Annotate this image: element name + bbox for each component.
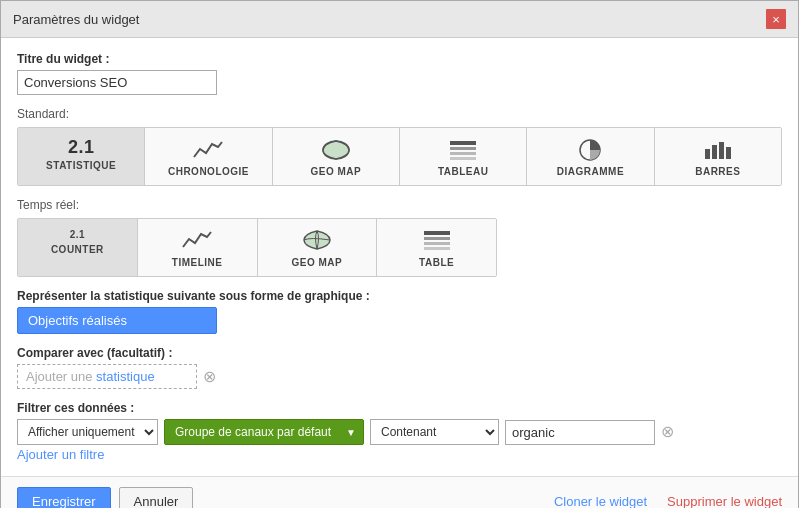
compare-clear-button[interactable]: ⊗ [203,369,216,385]
widget-title-input[interactable] [17,70,217,95]
stat-label: Représenter la statistique suivante sous… [17,289,782,303]
svg-rect-1 [450,141,476,145]
clone-widget-link[interactable]: Cloner le widget [554,494,647,508]
filter-group-wrapper: Groupe de canaux par défaut [164,419,364,445]
svg-rect-13 [424,247,450,250]
svg-rect-7 [712,145,717,159]
realtime-section: Temps réel: 2.1 COUNTER TIMELINE [17,198,782,277]
realtime-table-label: TABLE [419,257,454,268]
realtime-type-table[interactable]: TABLE [377,219,496,276]
stat-dropdown[interactable]: Objectifs réalisés [17,307,217,334]
diagramme-label: DIAGRAMME [557,166,624,177]
cancel-button[interactable]: Annuler [119,487,194,508]
svg-rect-2 [450,147,476,150]
svg-rect-6 [705,149,710,159]
chart-type-geomap[interactable]: GEO MAP [273,128,400,185]
svg-rect-11 [424,237,450,240]
counter-icon: 2.1 [70,229,85,240]
tableau-icon [447,138,479,162]
geomap-label: GEO MAP [310,166,361,177]
compare-section: Comparer avec (facultatif) : Ajouter une… [17,346,782,389]
add-filter-link[interactable]: Ajouter un filtre [17,447,782,462]
realtime-chart-types: 2.1 COUNTER TIMELINE [17,218,497,277]
filter-clear-button[interactable]: ⊗ [661,424,674,440]
svg-rect-3 [450,152,476,155]
compare-input[interactable]: Ajouter une statistique [17,364,197,389]
filter-section: Filtrer ces données : Afficher uniquemen… [17,401,782,462]
filter-label: Filtrer ces données : [17,401,782,415]
stat-label: STATISTIQUE [46,160,116,171]
dialog-title: Paramètres du widget [13,12,139,27]
close-button[interactable]: × [766,9,786,29]
stat-dropdown-wrapper: Objectifs réalisés [17,307,782,334]
realtime-geomap-icon [302,229,332,253]
compare-row: Ajouter une statistique ⊗ [17,364,782,389]
chart-type-chronologie[interactable]: CHRONOLOGIE [145,128,272,185]
filter-group-select[interactable]: Groupe de canaux par défaut [164,419,364,445]
footer-left: Enregistrer Annuler [17,487,193,508]
compare-link[interactable]: statistique [96,369,155,384]
geomap-icon [320,138,352,162]
realtime-label: Temps réel: [17,198,782,212]
stat-icon: 2.1 [68,138,95,156]
footer-right: Cloner le widget Supprimer le widget [554,494,782,508]
filter-row: Afficher uniquement Exclure Groupe de ca… [17,419,782,445]
dialog-body: Titre du widget : Standard: 2.1 STATISTI… [1,38,798,476]
standard-section: Standard: 2.1 STATISTIQUE CHRONOLOGIE [17,107,782,186]
barres-icon [702,138,734,162]
realtime-table-icon [422,229,452,253]
delete-widget-link[interactable]: Supprimer le widget [667,494,782,508]
diagramme-icon [574,138,606,162]
svg-rect-10 [424,231,450,235]
barres-label: BARRES [695,166,740,177]
svg-rect-12 [424,242,450,245]
realtime-type-geomap[interactable]: GEO MAP [258,219,378,276]
tableau-label: TABLEAU [438,166,489,177]
dialog-footer: Enregistrer Annuler Cloner le widget Sup… [1,476,798,508]
chart-type-barres[interactable]: BARRES [655,128,781,185]
timeline-label: TIMELINE [172,257,223,268]
svg-rect-4 [450,157,476,160]
svg-rect-9 [726,147,731,159]
realtime-type-counter[interactable]: 2.1 COUNTER [18,219,138,276]
timeline-icon [192,138,224,162]
widget-settings-dialog: Paramètres du widget × Titre du widget :… [0,0,799,508]
save-button[interactable]: Enregistrer [17,487,111,508]
chart-type-tableau[interactable]: TABLEAU [400,128,527,185]
filter-show-select[interactable]: Afficher uniquement Exclure [17,419,158,445]
dialog-header: Paramètres du widget × [1,1,798,38]
stat-section: Représenter la statistique suivante sous… [17,289,782,334]
chronologie-label: CHRONOLOGIE [168,166,249,177]
realtime-timeline-icon [181,229,213,253]
chart-type-diagramme[interactable]: DIAGRAMME [527,128,654,185]
standard-label: Standard: [17,107,782,121]
counter-label: COUNTER [51,244,104,255]
realtime-geomap-label: GEO MAP [292,257,343,268]
filter-value-input[interactable] [505,420,655,445]
chart-type-statistique[interactable]: 2.1 STATISTIQUE [18,128,145,185]
standard-chart-types: 2.1 STATISTIQUE CHRONOLOGIE [17,127,782,186]
compare-label: Comparer avec (facultatif) : [17,346,782,360]
widget-title-label: Titre du widget : [17,52,782,66]
filter-condition-select[interactable]: Contenant Ne contenant pas [370,419,499,445]
svg-rect-8 [719,142,724,159]
realtime-type-timeline[interactable]: TIMELINE [138,219,258,276]
widget-title-section: Titre du widget : [17,52,782,95]
compare-placeholder: Ajouter une [26,369,96,384]
